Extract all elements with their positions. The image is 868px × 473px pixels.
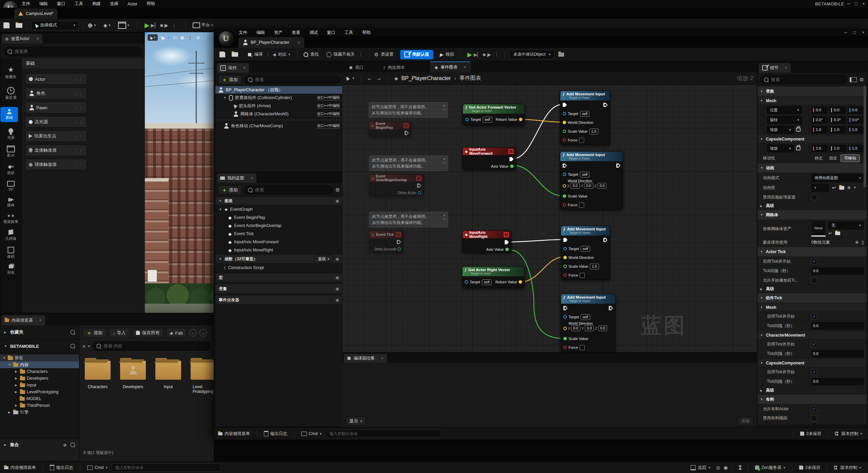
disable-postprocess-checkbox[interactable] [811, 194, 817, 200]
save-level-icon[interactable] [3, 22, 9, 29]
exec-out-pin[interactable] [509, 157, 514, 161]
lock-icon[interactable] [796, 146, 801, 150]
content-browser-tab[interactable]: 内容浏览器 × [1, 315, 45, 325]
mobility-static[interactable]: 静态 [811, 155, 826, 162]
world-direction-pin[interactable] [563, 256, 567, 259]
compile-options-icon[interactable]: ⋮ [266, 52, 270, 57]
forward-icon[interactable]: → [199, 329, 207, 337]
menu-tools[interactable]: 工具 [75, 1, 83, 7]
add-collection-icon[interactable]: ⊕ [63, 442, 67, 448]
wd-x-box[interactable]: 0.0 [571, 183, 580, 189]
close-icon[interactable]: × [381, 356, 384, 361]
browse-icon[interactable] [16, 23, 22, 28]
exec-out-pin[interactable] [603, 238, 607, 242]
stop-button[interactable]: ■ [160, 22, 163, 28]
debug-browse-icon[interactable] [558, 53, 564, 57]
event-graph-canvas[interactable]: 蓝图 此节点被禁用，将不会被调用。从引脚连出引线来编译功能。 ▸▭ 此节点被禁用… [342, 84, 757, 352]
components-search-input[interactable]: 搜索 [244, 75, 340, 84]
bp-console-input[interactable]: 输入控制台命令 [326, 430, 442, 438]
close-icon[interactable]: × [297, 40, 300, 45]
category-cinematic[interactable]: 影片 [0, 146, 21, 158]
cb-save-all-button[interactable]: 保存所有 [132, 328, 163, 338]
self-box[interactable]: self [482, 279, 491, 285]
tick-enable-checkbox[interactable]: ✓ [811, 314, 817, 319]
location-dropdown[interactable]: 位置▾ [767, 106, 802, 114]
wd-z-box[interactable]: 0.0 [598, 183, 607, 189]
bp-minimize-button[interactable]: ─ [841, 30, 850, 35]
node-add-movement-input-3[interactable]: ƒAdd Movement InputTarget is Pawn Target… [561, 226, 610, 280]
node-add-movement-input-1[interactable]: ƒAdd Movement InputTarget is Pawn Target… [560, 91, 610, 145]
blueprints-icon[interactable]: ◈ [103, 22, 108, 29]
section-animation[interactable]: ▼动画 [757, 163, 867, 173]
cb-add-button[interactable]: ＋添加 [83, 328, 106, 338]
event-row-overlap[interactable]: ◆Event ActorBeginOverlap [215, 222, 343, 230]
node-add-movement-input-4[interactable]: ƒAdd Movement InputTarget is Pawn Target… [561, 294, 616, 352]
exec-in-pin[interactable] [563, 238, 567, 242]
menu-help[interactable]: 帮助 [147, 1, 155, 7]
world-direction-pin[interactable] [563, 184, 566, 188]
add-component-button[interactable]: ＋添加 [218, 75, 242, 84]
compiler-clear-button[interactable]: 清除 [737, 417, 753, 425]
self-box[interactable]: self [483, 117, 492, 122]
wd-x-box[interactable]: 0.0 [571, 325, 580, 331]
bp-revision-control-dropdown[interactable]: 版本控制▾ [831, 428, 868, 440]
wd-z-box[interactable]: 0.0 [598, 325, 607, 331]
class-defaults-button[interactable]: 类默认值 [400, 50, 433, 59]
scale-y-field[interactable]: 1.0 [829, 126, 846, 133]
back-icon[interactable]: ← [189, 329, 197, 337]
level-tab[interactable]: CampusLevel* [14, 8, 57, 19]
tree-item-characters[interactable]: ▶Characters [0, 368, 79, 375]
target-pin[interactable] [563, 315, 567, 319]
tree-item-levelprototyping[interactable]: ▶LevelPrototyping [0, 389, 79, 395]
folder-tile-developers[interactable]: Developers [120, 358, 146, 389]
gear-icon[interactable]: ⚙ [335, 187, 340, 193]
bp-menu-tools[interactable]: 工具 [345, 30, 353, 36]
bp-output-log-button[interactable]: 输出日志 [260, 428, 291, 440]
exec-in-pin[interactable] [563, 103, 567, 107]
loc-z-field[interactable]: 0.0 [848, 107, 864, 114]
filter-icon[interactable]: ≡ [83, 344, 85, 349]
lock-icon[interactable] [796, 128, 801, 132]
scale-value-pin[interactable] [563, 194, 566, 198]
forward-icon[interactable]: → [376, 75, 382, 82]
platform-label[interactable]: 平台 [201, 22, 210, 28]
scale-value-pin[interactable] [563, 265, 567, 268]
add-variable-icon[interactable]: ⊕ [335, 286, 339, 291]
add-macro-icon[interactable]: ⊕ [335, 275, 339, 280]
override-dropdown[interactable]: 重载▾ [314, 255, 333, 263]
play-button[interactable]: ▶ [144, 21, 150, 29]
menu-file[interactable]: 文件 [22, 1, 30, 7]
force-pin[interactable] [563, 203, 566, 207]
category-all[interactable]: 所有 [0, 265, 21, 275]
cloth-disable-checkbox[interactable] [811, 415, 817, 421]
scale-value-pin[interactable] [563, 130, 566, 133]
bp-stop-button[interactable]: ■ [483, 52, 485, 57]
eject-button[interactable]: ▶ [164, 22, 169, 29]
browse-icon[interactable] [839, 186, 844, 190]
construction-script-row[interactable]: ƒConstruction Script [215, 264, 343, 272]
place-item-pointlight[interactable]: 点光源⋮⋮ [25, 116, 87, 128]
breadcrumb-leaf[interactable]: 事件图表 [459, 75, 481, 82]
scale-z-field[interactable]: 1.0 [848, 126, 864, 133]
breadcrumb-root[interactable]: BP_PlayerCharacter [401, 75, 451, 81]
force-checkbox[interactable] [580, 273, 585, 278]
bp-menu-edit[interactable]: 编辑 [256, 30, 265, 36]
details-search-input[interactable]: 搜索 [760, 75, 847, 84]
cmd-dropdown[interactable]: ›Cmd▾ [83, 462, 112, 473]
target-pin[interactable] [563, 247, 567, 250]
cinematics-icon[interactable] [118, 22, 126, 29]
section-transform[interactable]: ▼变换 [757, 87, 867, 96]
delta-seconds-pin[interactable] [398, 247, 401, 251]
capsule-scale-x-field[interactable]: 1.0 [811, 145, 828, 152]
capsule-scale-z-field[interactable]: 1.0 [848, 145, 864, 152]
node-get-actor-forward-vector[interactable]: ƒGet Actor Forward VectorTarget is Actor… [463, 104, 525, 126]
scale-value-box[interactable]: 1.0 [589, 129, 598, 134]
debug-object-dropdown[interactable]: 未选中调试Object▾ [509, 50, 554, 59]
category-recent[interactable]: 最近项 [0, 87, 21, 100]
event-row-moveright[interactable]: ◆InputAxis MoveRight [215, 246, 343, 254]
output-log-button[interactable]: 输出日志 [46, 462, 77, 473]
viewport-options-icon[interactable]: ⋮ [203, 35, 208, 40]
select-tool-icon[interactable] [160, 35, 165, 40]
tick-interval-field[interactable]: 0.0 [811, 378, 864, 385]
tick-enable-checkbox[interactable]: ✓ [811, 341, 817, 347]
